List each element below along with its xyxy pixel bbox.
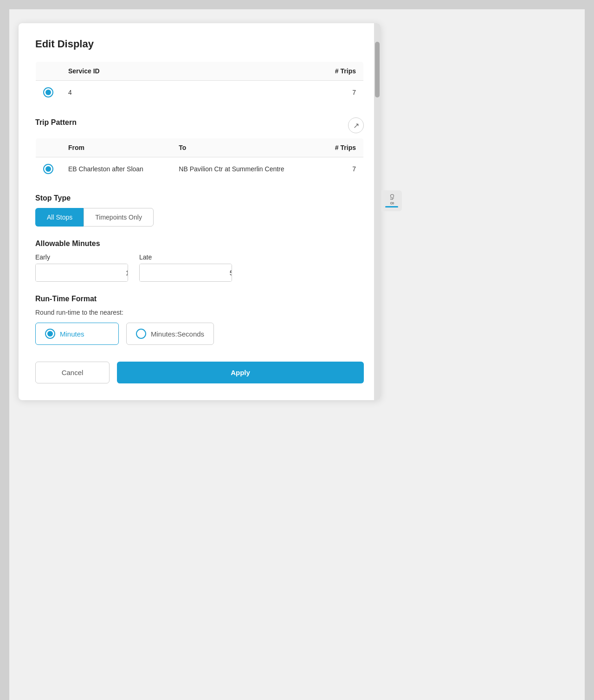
- late-input[interactable]: [140, 264, 232, 281]
- scrollbar-thumb[interactable]: [375, 42, 380, 97]
- service-id-col-header: Service ID: [61, 62, 231, 81]
- footer-buttons: Cancel Apply: [35, 362, 364, 383]
- trip-pattern-header: Trip Pattern ↗: [35, 117, 364, 133]
- side-tab-line: [385, 206, 398, 207]
- runtime-radio-options: Minutes Minutes:Seconds: [35, 323, 364, 345]
- side-tab-text1: Ch: [389, 194, 394, 200]
- late-label: Late: [139, 253, 232, 261]
- trip-pattern-row: EB Charleston after Sloan NB Pavilion Ct…: [36, 157, 364, 181]
- allowable-minutes-section: Allowable Minutes Early + − Late: [35, 240, 364, 282]
- minutes-seconds-option-label: Minutes:Seconds: [151, 330, 204, 338]
- minutes-row: Early + − Late + −: [35, 253, 364, 282]
- early-input[interactable]: [36, 264, 128, 281]
- trip-radio-button[interactable]: [43, 164, 53, 174]
- trip-from-cell: EB Charleston after Sloan: [61, 157, 171, 181]
- early-field: Early + −: [35, 253, 128, 282]
- service-table-radio-col-header: [36, 62, 61, 81]
- allowable-minutes-heading: Allowable Minutes: [35, 240, 364, 248]
- runtime-format-section: Run-Time Format Round run-time to the ne…: [35, 295, 364, 345]
- timepoints-only-button[interactable]: Timepoints Only: [84, 208, 154, 227]
- trip-trips-col-header: # Trips: [319, 138, 363, 157]
- late-field: Late + −: [139, 253, 232, 282]
- trip-radio-col-header: [36, 138, 61, 157]
- all-stops-button[interactable]: All Stops: [35, 208, 84, 227]
- apply-button[interactable]: Apply: [117, 362, 364, 383]
- side-tab[interactable]: Ch 8: [381, 190, 402, 211]
- stop-type-heading: Stop Type: [35, 194, 364, 202]
- service-trips-cell: 7: [231, 81, 364, 104]
- trip-from-col-header: From: [61, 138, 171, 157]
- service-table-row: 4 7: [36, 81, 364, 104]
- early-stepper: + −: [35, 264, 128, 282]
- edit-display-modal: Edit Display Service ID # Trips 4 7: [19, 23, 381, 400]
- minutes-seconds-radio-button[interactable]: [136, 329, 146, 339]
- late-stepper: + −: [139, 264, 232, 282]
- cancel-button[interactable]: Cancel: [35, 362, 110, 383]
- service-id-table: Service ID # Trips 4 7: [35, 61, 364, 104]
- minutes-radio-button[interactable]: [45, 329, 55, 339]
- expand-icon: ↗: [353, 121, 359, 130]
- service-radio-button[interactable]: [43, 87, 53, 97]
- runtime-sublabel: Round run-time to the nearest:: [35, 309, 364, 316]
- minutes-seconds-radio-option[interactable]: Minutes:Seconds: [126, 323, 214, 345]
- scrollbar[interactable]: [374, 23, 381, 400]
- service-id-cell: 4: [61, 81, 231, 104]
- trip-trips-cell: 7: [319, 157, 363, 181]
- expand-button[interactable]: ↗: [348, 117, 364, 133]
- runtime-format-heading: Run-Time Format: [35, 295, 364, 303]
- trip-pattern-table: From To # Trips EB Charleston after Sloa…: [35, 138, 364, 181]
- trip-pattern-heading: Trip Pattern: [35, 118, 77, 127]
- trip-to-cell: NB Pavilion Ctr at Summerlin Centre: [171, 157, 319, 181]
- stop-type-toggle-group: All Stops Timepoints Only: [35, 208, 364, 227]
- service-row-radio-cell[interactable]: [36, 81, 61, 104]
- side-tab-text2: 8: [389, 202, 394, 205]
- minutes-option-label: Minutes: [60, 330, 84, 338]
- service-trips-col-header: # Trips: [231, 62, 364, 81]
- trip-row-radio-cell[interactable]: [36, 157, 61, 181]
- stop-type-section: Stop Type All Stops Timepoints Only: [35, 194, 364, 227]
- minutes-radio-option[interactable]: Minutes: [35, 323, 119, 345]
- modal-title: Edit Display: [35, 38, 364, 50]
- early-label: Early: [35, 253, 128, 261]
- trip-to-col-header: To: [171, 138, 319, 157]
